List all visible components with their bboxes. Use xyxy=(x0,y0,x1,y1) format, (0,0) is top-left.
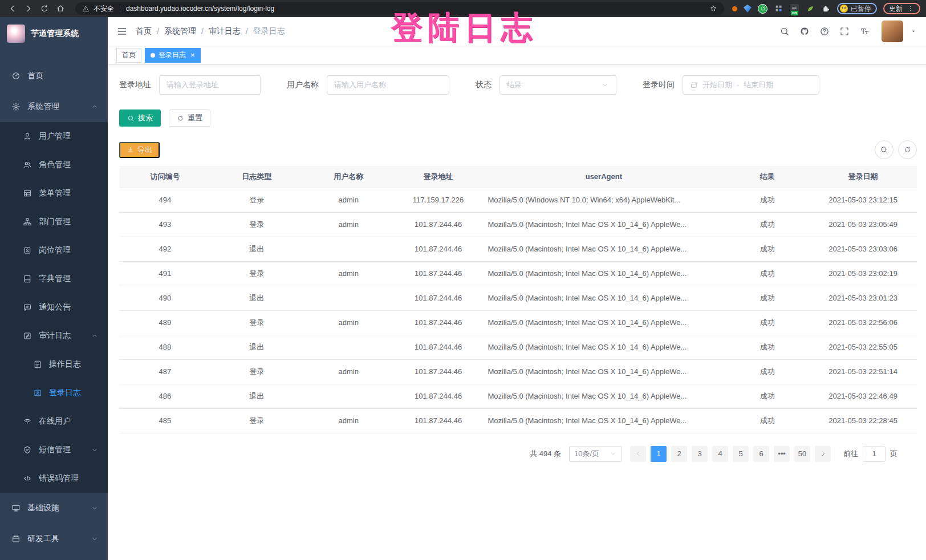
pagination-goto: 前往 页 xyxy=(843,446,897,462)
sidebar-item-log[interactable]: 审计日志 xyxy=(0,322,108,350)
page-button-1[interactable]: 1 xyxy=(651,446,667,462)
table-row[interactable]: 493登录admin101.87.244.46Mozilla/5.0 (Maci… xyxy=(119,212,917,237)
table-row[interactable]: 485登录admin101.87.244.46Mozilla/5.0 (Maci… xyxy=(119,408,917,433)
security-label: 不安全 xyxy=(94,4,114,14)
update-button[interactable]: 更新 xyxy=(883,3,920,14)
refresh-table-button[interactable] xyxy=(898,140,917,159)
page-button-•••[interactable]: ••• xyxy=(774,446,790,462)
sidebar-item-infra[interactable]: 基础设施 xyxy=(0,493,108,524)
goto-page-input[interactable] xyxy=(863,446,886,462)
sidebar-item-message[interactable]: 通知公告 xyxy=(0,293,108,322)
logo-row[interactable]: 芋道管理系统 xyxy=(0,17,108,50)
address-input[interactable]: 请输入登录地址 xyxy=(159,75,261,95)
reload-icon xyxy=(40,4,49,13)
chevron-down-icon[interactable] xyxy=(909,27,917,35)
ext-grid-icon[interactable] xyxy=(774,4,783,14)
github-button[interactable] xyxy=(799,26,810,36)
cell: 101.87.244.46 xyxy=(395,212,482,237)
ext-green-leaf-icon[interactable] xyxy=(805,4,815,14)
ext-blue-gem-icon[interactable] xyxy=(744,5,752,13)
sidebar-item-tree-table[interactable]: 菜单管理 xyxy=(0,179,108,208)
cell xyxy=(303,286,395,310)
breadcrumb-item[interactable]: 首页 xyxy=(136,26,152,36)
sidebar-item-logininfor[interactable]: 登录日志 xyxy=(0,379,108,407)
username-placeholder: 请输入用户名称 xyxy=(334,80,386,90)
avatar[interactable] xyxy=(882,21,903,42)
ext-orange-ring-icon[interactable] xyxy=(732,6,737,11)
search-button-label: 搜索 xyxy=(138,113,153,123)
tab-login-log[interactable]: 登录日志 × xyxy=(145,48,201,63)
table-row[interactable]: 492退出101.87.244.46Mozilla/5.0 (Macintosh… xyxy=(119,237,917,261)
breadcrumb-separator: / xyxy=(157,27,159,36)
table-row[interactable]: 488退出101.87.244.46Mozilla/5.0 (Macintosh… xyxy=(119,335,917,359)
page-button-5[interactable]: 5 xyxy=(733,446,749,462)
username-input[interactable]: 请输入用户名称 xyxy=(327,75,449,95)
hamburger-icon[interactable] xyxy=(116,26,128,37)
question-button[interactable] xyxy=(819,26,830,36)
sidebar-item-user[interactable]: 用户管理 xyxy=(0,122,108,151)
search-button[interactable]: 搜索 xyxy=(119,109,161,127)
sidebar-item-form[interactable]: 操作日志 xyxy=(0,350,108,379)
page-button-2[interactable]: 2 xyxy=(671,446,687,462)
breadcrumb-item[interactable]: 系统管理 xyxy=(164,26,196,36)
sidebar-item-online[interactable]: 在线用户 xyxy=(0,407,108,436)
close-icon[interactable]: × xyxy=(190,51,195,59)
address-label: 登录地址 xyxy=(119,80,151,90)
page-button-50[interactable]: 50 xyxy=(794,446,810,462)
bookmark-star-icon[interactable] xyxy=(709,5,717,13)
sidebar-item-tool[interactable]: 研发工具 xyxy=(0,524,108,554)
sidebar-item-peoples[interactable]: 角色管理 xyxy=(0,151,108,179)
reload-button[interactable] xyxy=(38,2,51,15)
fullscreen-button[interactable] xyxy=(839,26,850,36)
sidebar-item-code[interactable]: 错误码管理 xyxy=(0,464,108,493)
table-row[interactable]: 487登录admin101.87.244.46Mozilla/5.0 (Maci… xyxy=(119,359,917,384)
sidebar-item-sms[interactable]: 短信管理 xyxy=(0,436,108,464)
table-row[interactable]: 490退出101.87.244.46Mozilla/5.0 (Macintosh… xyxy=(119,286,917,310)
kebab-menu-icon[interactable] xyxy=(907,5,915,13)
export-button[interactable]: 导出 xyxy=(119,142,160,158)
home-button[interactable] xyxy=(54,2,67,15)
reset-button[interactable]: 重置 xyxy=(169,109,210,127)
next-page-button[interactable] xyxy=(815,446,831,462)
back-icon xyxy=(8,4,17,13)
cell: 101.87.244.46 xyxy=(395,310,482,335)
fontsize-button[interactable] xyxy=(859,26,870,36)
paused-label: 已暂停 xyxy=(851,4,871,14)
date-range-picker[interactable]: 开始日期 - 结束日期 xyxy=(683,75,819,95)
prev-page-button[interactable] xyxy=(630,446,646,462)
sidebar-item-gear[interactable]: 系统管理 xyxy=(0,91,108,122)
page-button-6[interactable]: 6 xyxy=(753,446,769,462)
search-icon xyxy=(127,115,135,122)
breadcrumb-item[interactable]: 审计日志 xyxy=(209,26,241,36)
table-row[interactable]: 486退出101.87.244.46Mozilla/5.0 (Macintosh… xyxy=(119,384,917,408)
sidebar-item-dict[interactable]: 字典管理 xyxy=(0,265,108,293)
cell: 486 xyxy=(119,384,211,408)
pagination-total: 共 494 条 xyxy=(530,449,561,459)
address-bar[interactable]: 不安全 dashboard.yudao.iocoder.cn/system/lo… xyxy=(75,2,724,15)
forward-button[interactable] xyxy=(22,2,35,15)
back-button[interactable] xyxy=(6,2,19,15)
status-select[interactable]: 结果 xyxy=(499,75,616,95)
refresh-icon xyxy=(903,145,912,154)
table-row[interactable]: 491登录admin101.87.244.46Mozilla/5.0 (Maci… xyxy=(119,261,917,286)
sidebar-item-dashboard[interactable]: 首页 xyxy=(0,60,108,91)
sidebar-item-tree[interactable]: 部门管理 xyxy=(0,208,108,236)
sidebar-item-label: 错误码管理 xyxy=(39,473,79,484)
page-button-4[interactable]: 4 xyxy=(712,446,728,462)
table-row[interactable]: 494登录admin117.159.17.226Mozilla/5.0 (Win… xyxy=(119,188,917,212)
page-size-select[interactable]: 10条/页 xyxy=(569,446,622,462)
ext-switch-icon[interactable]: on xyxy=(790,4,799,13)
toggle-search-button[interactable] xyxy=(875,140,893,159)
cell: 485 xyxy=(119,408,211,433)
search-button[interactable] xyxy=(779,26,790,36)
column-header-1: 日志类型 xyxy=(211,166,303,188)
profile-paused-chip[interactable]: 已暂停 xyxy=(837,3,877,14)
sidebar-item-label: 菜单管理 xyxy=(39,188,71,198)
table-row[interactable]: 489登录admin101.87.244.46Mozilla/5.0 (Maci… xyxy=(119,310,917,335)
sidebar-item-post[interactable]: 岗位管理 xyxy=(0,236,108,265)
page-button-3[interactable]: 3 xyxy=(692,446,708,462)
table-body: 494登录admin117.159.17.226Mozilla/5.0 (Win… xyxy=(119,188,917,433)
extensions-puzzle-icon[interactable] xyxy=(821,4,831,14)
ext-green-sync-icon[interactable] xyxy=(758,4,767,14)
tab-home[interactable]: 首页 xyxy=(116,48,141,63)
